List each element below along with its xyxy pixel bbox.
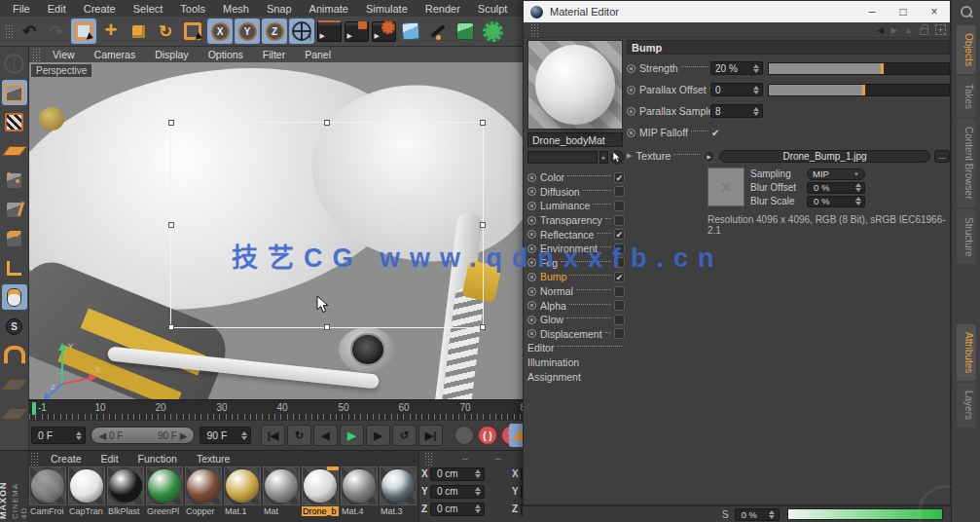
menu-item[interactable]: Sculpt [469,3,517,15]
channel-radio-icon[interactable] [527,187,536,196]
material-menu-item[interactable]: Create [41,453,91,465]
material-ball-cell[interactable] [224,466,261,505]
viewport-grip[interactable] [32,48,40,61]
channel-checkbox[interactable] [614,300,625,311]
material-ball-cell[interactable] [185,466,222,505]
marquee-handle[interactable] [168,120,174,126]
viewport-menu-item[interactable]: Panel [295,49,341,60]
rail-button[interactable]: S [2,314,27,339]
material-preview[interactable] [527,40,623,130]
viewport-menu-item[interactable]: Display [145,49,198,60]
viewport[interactable]: ViewCamerasDisplayOptionsFilterPanel Per… [29,47,523,399]
marquee-handle[interactable] [324,120,330,126]
key-button[interactable]: ( ) [478,426,497,445]
marquee-handle[interactable] [480,222,486,228]
material-ball-cell[interactable] [302,466,339,505]
rail-button[interactable] [2,401,27,427]
transport-button[interactable]: ↻ [287,425,311,446]
add-icon[interactable]: + [935,24,946,35]
channel-radio-icon[interactable] [527,173,536,182]
coordinate-field[interactable]: 0 cm [430,503,485,516]
toolbar-button[interactable] [480,19,505,44]
viewport-menu-item[interactable]: Filter [253,49,295,60]
material-menu-item[interactable]: Edit [91,453,128,465]
channel-row[interactable]: Illumination [527,355,625,370]
channel-checkbox[interactable] [614,286,625,297]
side-tab[interactable]: Attributes [957,324,976,381]
pick-cursor-icon[interactable] [610,150,625,165]
rail-button[interactable] [2,226,27,251]
key-button[interactable] [454,426,474,445]
channel-checkbox[interactable] [614,215,625,226]
material-menu-item[interactable]: Texture [187,453,239,465]
viewport-menu-item[interactable]: View [43,49,85,60]
rail-button[interactable] [2,51,27,76]
back-icon[interactable]: ◀ [877,25,884,35]
stepper-icon[interactable] [74,429,83,441]
toolbar-button[interactable] [453,19,478,44]
channel-row[interactable]: Displacement [527,327,625,342]
viewport-menu-item[interactable]: Options [199,49,253,60]
marquee-handle[interactable] [168,324,174,330]
material-name-label[interactable]: CamFroi [29,506,66,516]
parameter-value-field[interactable]: 20 % [710,61,763,75]
channel-label[interactable]: Transparency [540,214,602,226]
menu-item[interactable]: File [4,3,39,15]
s-value-field[interactable]: 0 % [735,508,780,521]
material-thumbnail[interactable]: GreenPl [146,466,183,516]
search-icon[interactable] [959,4,974,19]
toolbar-button[interactable] [344,19,369,44]
coordinate-field[interactable]: 0 cm [430,485,485,499]
parameter-value-field[interactable]: 0 [710,83,763,96]
rail-button[interactable] [2,372,27,397]
channel-row[interactable]: Editor [527,341,625,355]
coordinate-field[interactable]: 0 cm [430,467,485,481]
camera-label[interactable]: Perspective [31,64,91,77]
channel-checkbox[interactable]: ✔ [614,172,625,183]
material-thumbnail[interactable]: Drone_b [302,466,339,516]
channel-label[interactable]: Displacement [540,328,602,340]
channel-row[interactable]: Alpha [527,298,625,313]
viewport-menu-item[interactable]: Cameras [85,49,146,60]
rail-button[interactable] [2,80,27,105]
menu-item[interactable]: Edit [39,3,75,15]
channel-label[interactable]: Illumination [527,356,579,368]
material-thumbnail[interactable]: Mat.3 [380,466,417,516]
menu-item[interactable]: Tools [171,3,214,15]
marquee-handle[interactable] [480,324,486,330]
toolbar-button[interactable] [316,19,342,44]
transport-button[interactable]: ▶ [366,425,390,446]
menu-item[interactable]: Render [417,3,469,15]
material-thumbnail[interactable]: Mat.1 [224,466,261,516]
transport-button[interactable]: ▶ [340,425,364,446]
stepper-icon[interactable] [751,105,760,117]
channel-radio-icon[interactable] [527,202,536,210]
rail-button[interactable] [2,284,27,310]
material-menu-item[interactable]: Function [128,453,187,465]
close-button[interactable]: × [919,1,950,22]
transport-button[interactable]: |◀ [261,425,285,446]
material-name-label[interactable]: Mat.1 [224,506,261,516]
channel-row[interactable]: Color ✔ [527,170,625,185]
channel-radio-icon[interactable] [527,301,536,310]
channel-checkbox[interactable] [614,315,625,325]
transport-button[interactable]: ↺ [392,425,417,446]
parameter-radio-icon[interactable] [627,86,635,94]
material-manager-grip[interactable] [30,452,38,466]
lock-icon[interactable] [920,28,928,35]
material-ball-cell[interactable] [341,466,378,505]
stepper-icon[interactable] [473,486,482,498]
side-tab[interactable]: Structure [957,209,976,265]
parameter-slider[interactable] [768,84,950,96]
current-frame-field[interactable]: 0 F [31,427,86,444]
rail-button[interactable] [2,255,27,280]
stepper-icon[interactable] [473,468,482,480]
channel-label[interactable]: Editor [527,342,554,354]
material-thumbnail[interactable]: Copper [185,466,222,516]
toolbar-button[interactable] [126,19,151,44]
texture-shader-icon[interactable]: ▶ [703,150,715,163]
material-ball-cell[interactable] [263,466,300,505]
side-tab[interactable]: Takes [957,76,976,117]
material-ball-cell[interactable] [68,466,105,505]
toolbar-grip[interactable] [5,24,13,38]
